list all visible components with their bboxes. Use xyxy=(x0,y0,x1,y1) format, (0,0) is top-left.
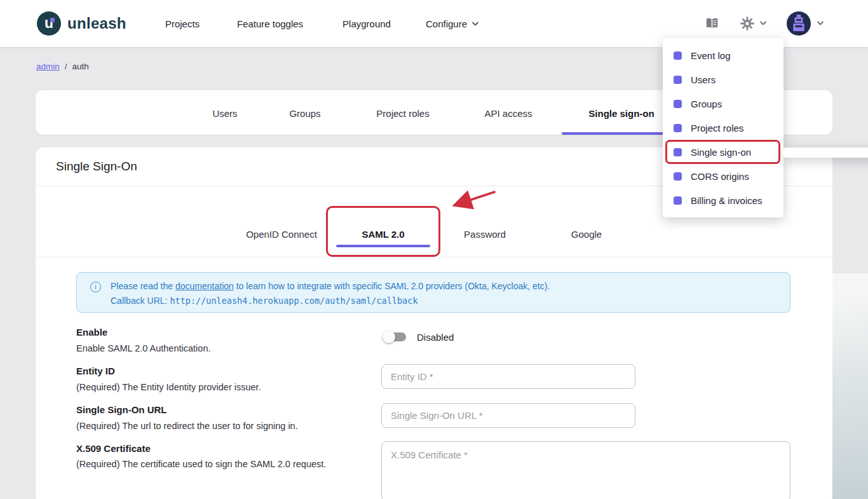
callback-label: Callback URL: xyxy=(111,296,170,306)
subtab-label: Google xyxy=(571,229,602,240)
menu-item-groups[interactable]: Groups xyxy=(663,92,783,116)
breadcrumb-admin-link[interactable]: admin xyxy=(36,62,60,71)
annotation-box-menu-sso xyxy=(665,140,780,164)
menu-square-icon xyxy=(674,76,682,84)
menu-item-label: Groups xyxy=(691,99,722,109)
chevron-down-icon xyxy=(817,21,824,26)
annotation-arrow-menu xyxy=(783,147,868,158)
entity-id-label: Entity ID xyxy=(76,366,115,376)
gear-icon xyxy=(740,16,755,31)
info-icon: i xyxy=(90,282,101,292)
entity-id-description: (Required) The Entity Identity provider … xyxy=(76,380,261,394)
subtab-openid-connect[interactable]: OpenID Connect xyxy=(231,219,332,249)
subtab-google[interactable]: Google xyxy=(536,219,637,249)
divider xyxy=(36,257,832,257)
user-menu-trigger[interactable] xyxy=(787,11,824,36)
nav-item-configure[interactable]: Configure xyxy=(426,18,479,29)
documentation-link[interactable]: documentation xyxy=(175,281,234,291)
certificate-textarea[interactable] xyxy=(381,441,790,499)
logo-purple-square xyxy=(50,18,55,22)
nav-item-feature-toggles[interactable]: Feature toggles xyxy=(237,18,303,29)
background-texture xyxy=(832,273,868,499)
menu-item-users[interactable]: Users xyxy=(663,67,783,92)
menu-item-label: Project roles xyxy=(691,123,743,133)
menu-square-icon xyxy=(674,124,682,132)
breadcrumb: admin / auth xyxy=(36,62,89,71)
menu-item-label: Users xyxy=(691,74,715,85)
brand-name: unleash xyxy=(67,15,126,32)
menu-square-icon xyxy=(674,51,682,60)
avatar xyxy=(787,11,811,36)
toggle-state-label: Disabled xyxy=(417,332,454,343)
callback-url: http://unleash4.herokuapp.com/auth/saml/… xyxy=(170,296,417,306)
menu-item-label: CORS origins xyxy=(691,171,749,182)
unleash-logo-icon: u xyxy=(37,11,61,36)
logo-letter: u xyxy=(37,11,61,35)
chevron-down-icon xyxy=(471,22,479,27)
documentation-book-icon[interactable] xyxy=(705,17,719,32)
menu-square-icon xyxy=(674,172,682,181)
settings-menu-trigger[interactable] xyxy=(740,16,767,31)
chevron-down-icon xyxy=(759,21,767,26)
page-title: Single Sign-On xyxy=(56,160,137,174)
tab-single-sign-on[interactable]: Single sign-on xyxy=(588,108,654,119)
tab-project-roles[interactable]: Project roles xyxy=(376,108,429,119)
sso-url-description: (Required) The url to redirect the user … xyxy=(76,419,298,433)
menu-item-cors-origins[interactable]: CORS origins xyxy=(663,164,783,188)
entity-id-input[interactable] xyxy=(381,364,635,389)
unleash-logo[interactable]: u unleash xyxy=(37,11,126,36)
alert-callback: Callback URL: http://unleash4.herokuapp.… xyxy=(111,296,418,306)
settings-dropdown-menu: Event log Users Groups Project roles Sin… xyxy=(663,38,783,217)
menu-square-icon xyxy=(674,100,682,108)
enable-description: Enable SAML 2.0 Authentication. xyxy=(76,341,210,355)
info-alert: i Please read the documentation to learn… xyxy=(76,272,790,313)
screen: u unleash Projects Feature toggles Playg… xyxy=(0,0,868,499)
tab-groups[interactable]: Groups xyxy=(289,108,320,119)
certificate-description: (Required) The certificate used to sign … xyxy=(76,457,343,471)
enable-label: Enable xyxy=(76,327,107,338)
alert-text-after: to learn how to integrate with specific … xyxy=(234,281,550,291)
subtab-password[interactable]: Password xyxy=(434,219,536,249)
sso-url-label: Single Sign-On URL xyxy=(76,404,167,415)
menu-item-label: Event log xyxy=(691,50,731,61)
annotation-box-saml-tab xyxy=(326,206,440,257)
certificate-label: X.509 Certificate xyxy=(76,443,151,454)
menu-item-event-log[interactable]: Event log xyxy=(663,43,783,67)
subtab-label: OpenID Connect xyxy=(246,229,317,240)
nav-item-playground[interactable]: Playground xyxy=(342,18,391,29)
tab-users[interactable]: Users xyxy=(212,108,237,119)
subtab-label: Password xyxy=(464,229,506,240)
alert-text-before: Please read the xyxy=(111,281,175,291)
breadcrumb-separator: / xyxy=(65,62,67,71)
nav-item-projects[interactable]: Projects xyxy=(165,18,200,29)
menu-item-billing-invoices[interactable]: Billing & invoices xyxy=(663,188,783,212)
tab-api-access[interactable]: API access xyxy=(484,108,532,119)
menu-square-icon xyxy=(674,196,682,205)
alert-text: Please read the documentation to learn h… xyxy=(111,281,550,291)
nav-item-configure-label: Configure xyxy=(426,18,467,29)
enable-toggle[interactable] xyxy=(383,331,408,343)
menu-item-project-roles[interactable]: Project roles xyxy=(663,116,783,140)
menu-item-label: Billing & invoices xyxy=(691,195,763,206)
breadcrumb-current: auth xyxy=(72,62,89,71)
annotation-arrow-saml xyxy=(445,188,499,210)
toggle-thumb xyxy=(383,331,395,343)
sso-url-input[interactable] xyxy=(381,403,635,428)
